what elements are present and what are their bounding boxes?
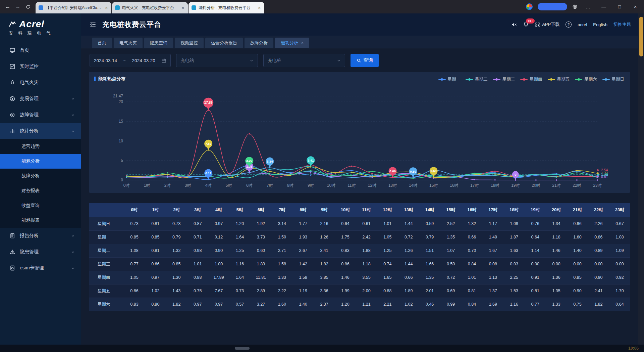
table-cell: 0.83 bbox=[124, 298, 145, 311]
table-cell: 1.01 bbox=[187, 257, 208, 271]
table-column-header: 9时 bbox=[314, 203, 335, 217]
tab-close-button[interactable]: × bbox=[257, 5, 261, 10]
legend-marker-icon bbox=[438, 79, 446, 80]
page-tab-能耗分析[interactable]: 能耗分析× bbox=[275, 38, 309, 48]
legend-item-星期六[interactable]: 星期六 bbox=[575, 77, 597, 82]
legend-item-星期五[interactable]: 星期五 bbox=[548, 77, 570, 82]
tab-close-button[interactable]: × bbox=[181, 5, 185, 10]
app-download-link[interactable]: APP下载 bbox=[535, 21, 559, 28]
bottom-bar: 10:06 bbox=[0, 345, 644, 352]
table-cell: 1.08 bbox=[124, 244, 145, 257]
query-button[interactable]: 查询 bbox=[351, 54, 379, 67]
page-tab-隐患查询[interactable]: 隐患查询 bbox=[144, 38, 173, 48]
legend-label: 星期四 bbox=[530, 77, 542, 82]
theme-switch-link[interactable]: 切换主题 bbox=[613, 21, 631, 28]
window-minimize-button[interactable]: — bbox=[598, 4, 609, 9]
table-column-header: 11时 bbox=[356, 203, 377, 217]
sidebar-collapse-icon[interactable] bbox=[90, 21, 96, 28]
sidebar-item-实时监控[interactable]: 实时监控 bbox=[0, 58, 81, 75]
legend-item-星期一[interactable]: 星期一 bbox=[438, 77, 461, 82]
tab-close-button[interactable]: × bbox=[104, 5, 108, 10]
table-cell: 0.88 bbox=[377, 284, 398, 298]
sidebar-subitem-故障分析[interactable]: 故障分析 bbox=[0, 169, 81, 183]
legend-marker-icon bbox=[520, 79, 528, 80]
browser-tab[interactable]: 【平台介绍】安科瑞AcrelCloud-9× bbox=[36, 2, 111, 13]
screen: ← → 【平台介绍】安科瑞AcrelCloud-9×电气火灾 - 充电桩收费云平… bbox=[0, 0, 644, 352]
table-cell: 1.09 bbox=[503, 217, 525, 230]
horizontal-scrollbar-thumb[interactable] bbox=[235, 347, 250, 350]
row-label: 星期二 bbox=[89, 244, 124, 257]
table-cell: 2.21 bbox=[377, 298, 398, 311]
x-axis-tick-label: 14时 bbox=[409, 183, 417, 188]
legend-item-星期四[interactable]: 星期四 bbox=[520, 77, 542, 82]
table-cell: 3.85 bbox=[314, 271, 335, 284]
page-tab-运营分析报告[interactable]: 运营分析报告 bbox=[205, 38, 243, 48]
table-cell: 0.85 bbox=[567, 271, 588, 284]
mute-icon[interactable] bbox=[511, 21, 517, 28]
station-select[interactable]: 充电站 bbox=[176, 54, 258, 67]
table-cell: 1.82 bbox=[314, 257, 335, 271]
sidebar-item-首页[interactable]: 首页 bbox=[0, 42, 81, 58]
language-switch[interactable]: English bbox=[593, 22, 607, 27]
browser-back-button[interactable]: ← bbox=[3, 2, 13, 12]
table-cell: 1.66 bbox=[419, 257, 440, 271]
scrollbar-thumb[interactable] bbox=[639, 17, 643, 56]
sidebar-item-报告分析[interactable]: 报告分析 bbox=[0, 228, 81, 244]
table-column-header: 2时 bbox=[166, 203, 187, 217]
browser-tab[interactable]: 电气火灾 - 充电桩收费云平台× bbox=[112, 2, 188, 13]
page-tab-首页[interactable]: 首页 bbox=[92, 38, 112, 48]
data-point bbox=[576, 171, 578, 172]
browser-tab[interactable]: 能耗分析 - 充电桩收费云平台× bbox=[189, 2, 264, 13]
sidebar-item-统计分析[interactable]: 统计分析 bbox=[0, 123, 81, 139]
sidebar-subitem-能耗报表[interactable]: 能耗报表 bbox=[0, 213, 81, 228]
browser-refresh-button[interactable] bbox=[23, 2, 33, 12]
table-cell: 0.00 bbox=[588, 257, 609, 271]
window-maximize-button[interactable]: □ bbox=[614, 4, 625, 9]
sidebar-item-label: 交易管理 bbox=[20, 96, 67, 102]
browser-menu-button[interactable]: … bbox=[583, 4, 593, 9]
table-row-星期五: 星期五0.861.021.430.757.670.732.892.221.193… bbox=[89, 284, 630, 298]
table-row-星期三: 星期三0.770.660.851.011.001.161.831.581.421… bbox=[89, 257, 630, 271]
table-row-星期一: 星期一0.850.850.790.710.121.643.731.501.931… bbox=[89, 230, 630, 244]
sidebar-subitem-能耗分析[interactable]: 能耗分析 bbox=[0, 154, 81, 169]
table-cell: 1.37 bbox=[482, 284, 503, 298]
table-cell: 1.64 bbox=[229, 230, 251, 244]
window-close-button[interactable]: × bbox=[630, 4, 641, 9]
table-cell: 2.52 bbox=[440, 217, 462, 230]
globe-icon[interactable] bbox=[572, 4, 578, 9]
legend-item-星期三[interactable]: 星期三 bbox=[493, 77, 515, 82]
content-area: 能耗热点分布 星期一星期二星期三星期四星期五星期六星期日 0510152021.… bbox=[81, 67, 638, 345]
sidebar-item-故障管理[interactable]: 故障管理 bbox=[0, 107, 81, 123]
page-tab-故障分析[interactable]: 故障分析 bbox=[245, 38, 273, 48]
legend-item-星期二[interactable]: 星期二 bbox=[466, 77, 488, 82]
table-row-星期二: 星期二1.080.811.320.980.901.250.602.712.673… bbox=[89, 244, 630, 257]
legend-item-星期日[interactable]: 星期日 bbox=[602, 77, 625, 82]
browser-extension-pill[interactable] bbox=[538, 3, 567, 10]
table-cell: 1.43 bbox=[166, 284, 187, 298]
sidebar-item-电气火灾[interactable]: 电气火灾 bbox=[0, 75, 81, 91]
page-tab-close-button[interactable]: × bbox=[301, 41, 304, 45]
date-range-picker[interactable]: 2024-03-14 ~ 2024-03-20 bbox=[90, 54, 171, 67]
sidebar-item-隐患管理[interactable]: 隐患管理 bbox=[0, 244, 81, 260]
sidebar-item-交易管理[interactable]: 交易管理 bbox=[0, 91, 81, 107]
x-axis-tick-label: 4时 bbox=[205, 183, 212, 188]
browser-profile-avatar[interactable] bbox=[526, 3, 533, 10]
browser-forward-button[interactable]: → bbox=[13, 2, 23, 12]
page-tab-视频监控[interactable]: 视频监控 bbox=[175, 38, 204, 48]
table-cell: 1.17 bbox=[482, 217, 503, 230]
page-tab-电气火灾[interactable]: 电气火灾 bbox=[114, 38, 143, 48]
username[interactable]: acrel bbox=[578, 22, 587, 27]
table-cell: 1.58 bbox=[271, 257, 292, 271]
sidebar-subitem-收益查询[interactable]: 收益查询 bbox=[0, 198, 81, 213]
sidebar-item-esim卡管理[interactable]: esim卡管理 bbox=[0, 260, 81, 276]
markline-arrow bbox=[597, 169, 600, 171]
table-cell: 1.32 bbox=[166, 244, 187, 257]
sidebar-subitem-运营趋势[interactable]: 运营趋势 bbox=[0, 139, 81, 154]
help-button[interactable]: ? bbox=[566, 21, 572, 28]
notifications-bell[interactable]: 99+ bbox=[523, 21, 529, 28]
browser-tabstrip: 【平台介绍】安科瑞AcrelCloud-9×电气火灾 - 充电桩收费云平台×能耗… bbox=[36, 2, 264, 13]
pile-select[interactable]: 充电桩 bbox=[263, 54, 345, 67]
sidebar-subitem-财务报表[interactable]: 财务报表 bbox=[0, 183, 81, 198]
browser-titlebar: ← → 【平台介绍】安科瑞AcrelCloud-9×电气火灾 - 充电桩收费云平… bbox=[0, 0, 644, 13]
table-cell: 1.35 bbox=[546, 284, 567, 298]
